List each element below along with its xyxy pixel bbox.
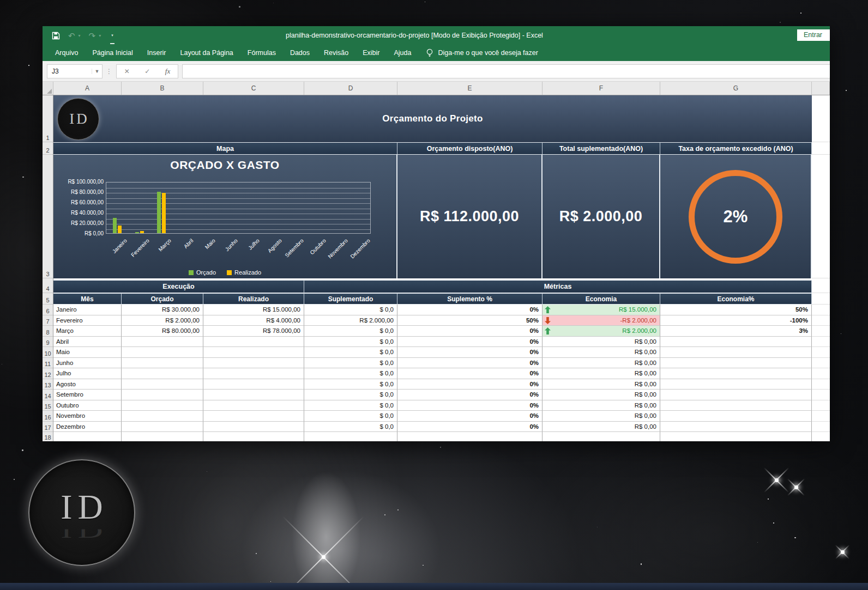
cell-orcado[interactable] [122, 422, 203, 433]
row-header-6[interactable]: 6 [43, 305, 53, 315]
row-header-9[interactable]: 9 [43, 337, 53, 348]
row-header-15[interactable]: 15 [43, 400, 53, 411]
ribbon-tab-revis-o[interactable]: Revisão [317, 45, 355, 61]
cell-realizado[interactable]: R$ 78.000,00 [203, 326, 304, 337]
cell-suplementado[interactable]: $ 0,0 [304, 422, 397, 433]
cell-realizado[interactable] [203, 368, 304, 379]
ribbon-tab-p-gina-inicial[interactable]: Página Inicial [85, 45, 140, 61]
cell-suplemento-pct[interactable]: 0% [397, 411, 542, 422]
empty-cell[interactable] [53, 432, 122, 441]
cell-suplementado[interactable]: $ 0,0 [304, 368, 397, 379]
empty-cell[interactable] [660, 432, 812, 441]
header-mapa[interactable]: Mapa [53, 142, 397, 155]
table-column-header-6[interactable]: Economia [542, 293, 660, 305]
cell-economia-pct[interactable] [660, 400, 812, 411]
entrar-button[interactable]: Entrar [797, 29, 830, 41]
cell-mes[interactable]: Fevereiro [53, 315, 122, 326]
name-box[interactable]: J3 ▼ [47, 64, 103, 78]
row-header-1[interactable]: 1 [43, 95, 53, 142]
row-header-5[interactable]: 5 [43, 293, 53, 305]
cell-economia-pct[interactable]: 3% [660, 326, 812, 337]
column-header-D[interactable]: D [304, 82, 397, 95]
name-box-caret-icon[interactable]: ▼ [92, 69, 102, 74]
empty-cell[interactable] [542, 432, 660, 441]
enter-icon[interactable]: ✓ [144, 68, 150, 75]
cell-realizado[interactable] [203, 337, 304, 348]
undo-caret-icon[interactable]: ▾ [79, 33, 81, 38]
cell-suplementado[interactable]: $ 0,0 [304, 379, 397, 390]
cell-realizado[interactable]: R$ 4.000,00 [203, 315, 304, 326]
redo-icon[interactable]: ↷ [89, 32, 96, 40]
table-column-header-7[interactable]: Economia% [660, 293, 812, 305]
cell-orcado[interactable] [122, 379, 203, 390]
cell-economia[interactable]: R$ 2.000,00 [542, 326, 660, 337]
cell-mes[interactable]: Junho [53, 358, 122, 369]
cell-economia-pct[interactable] [660, 358, 812, 369]
cell-economia-pct[interactable] [660, 368, 812, 379]
select-all-corner[interactable] [43, 82, 53, 95]
empty-cell[interactable] [397, 432, 542, 441]
cell-suplementado[interactable]: $ 0,0 [304, 337, 397, 348]
cell-realizado[interactable] [203, 390, 304, 400]
row-header-17[interactable]: 17 [43, 422, 53, 433]
tell-me-box[interactable]: Diga-me o que você deseja fazer [426, 48, 538, 58]
ribbon-tab-f-rmulas[interactable]: Fórmulas [240, 45, 283, 61]
cell-orcado[interactable] [122, 358, 203, 369]
cell-suplemento-pct[interactable]: 0% [397, 326, 542, 337]
undo-icon[interactable]: ↶ [68, 32, 75, 40]
section-metricas[interactable]: Métricas [304, 280, 812, 293]
cell-orcado[interactable] [122, 400, 203, 411]
cell-suplemento-pct[interactable]: 0% [397, 400, 542, 411]
table-column-header-3[interactable]: Realizado [203, 293, 304, 305]
cell-economia-pct[interactable] [660, 411, 812, 422]
cell-economia[interactable]: R$ 0,00 [542, 390, 660, 400]
cell-orcado[interactable] [122, 390, 203, 400]
cell-economia-pct[interactable]: 50% [660, 305, 812, 315]
row-header-3[interactable]: 3 [43, 155, 53, 278]
cell-orcado[interactable] [122, 347, 203, 358]
cell-orcado[interactable] [122, 368, 203, 379]
column-header-G[interactable]: G [660, 82, 812, 95]
column-header-B[interactable]: B [122, 82, 203, 95]
cell-economia-pct[interactable] [660, 347, 812, 358]
cell-realizado[interactable] [203, 400, 304, 411]
cell-economia-pct[interactable] [660, 337, 812, 348]
cell-suplemento-pct[interactable]: 0% [397, 347, 542, 358]
column-header-C[interactable]: C [203, 82, 304, 95]
cell-mes[interactable]: Setembro [53, 390, 122, 400]
header-total-suplementado[interactable]: Total suplementado(ANO) [542, 142, 660, 155]
sheet-title-cell[interactable]: ID Orçamento do Projeto [53, 95, 812, 142]
cell-mes[interactable]: Dezembro [53, 422, 122, 433]
cell-economia-pct[interactable] [660, 422, 812, 433]
cell-economia[interactable]: R$ 0,00 [542, 368, 660, 379]
cell-economia-pct[interactable]: -100% [660, 315, 812, 326]
redo-caret-icon[interactable]: ▾ [99, 33, 101, 38]
cell-suplemento-pct[interactable]: 0% [397, 390, 542, 400]
row-header-8[interactable]: 8 [43, 326, 53, 337]
cell-suplemento-pct[interactable]: 0% [397, 368, 542, 379]
insert-function-icon[interactable]: fx [165, 67, 170, 76]
cell-economia[interactable]: R$ 0,00 [542, 422, 660, 433]
cell-orcado[interactable]: R$ 30.000,00 [122, 305, 203, 315]
cell-realizado[interactable] [203, 411, 304, 422]
header-orcamento-disposto[interactable]: Orçamento disposto(ANO) [397, 142, 542, 155]
cell-suplemento-pct[interactable]: 0% [397, 305, 542, 315]
customize-qat-icon[interactable]: ▾ [111, 34, 113, 37]
cell-economia[interactable]: R$ 0,00 [542, 379, 660, 390]
cell-mes[interactable]: Abril [53, 337, 122, 348]
table-column-header-5[interactable]: Suplemento % [397, 293, 542, 305]
kpi-orcamento-disposto[interactable]: R$ 112.000,00 [397, 155, 542, 278]
cell-suplemento-pct[interactable]: 0% [397, 358, 542, 369]
row-header-16[interactable]: 16 [43, 411, 53, 422]
cancel-icon[interactable]: ✕ [124, 68, 130, 75]
row-header-13[interactable]: 13 [43, 379, 53, 390]
cell-suplemento-pct[interactable]: 50% [397, 315, 542, 326]
section-execucao[interactable]: Execução [53, 280, 304, 293]
cell-orcado[interactable]: R$ 80.000,00 [122, 326, 203, 337]
empty-cell[interactable] [122, 432, 203, 441]
bar-chart[interactable]: ORÇADO X GASTO R$ 0,00R$ 20.000,00R$ 40.… [53, 155, 397, 278]
ribbon-tab-dados[interactable]: Dados [283, 45, 317, 61]
ribbon-tab-arquivo[interactable]: Arquivo [48, 45, 85, 61]
cell-economia[interactable]: R$ 0,00 [542, 411, 660, 422]
ribbon-tab-ajuda[interactable]: Ajuda [387, 45, 418, 61]
